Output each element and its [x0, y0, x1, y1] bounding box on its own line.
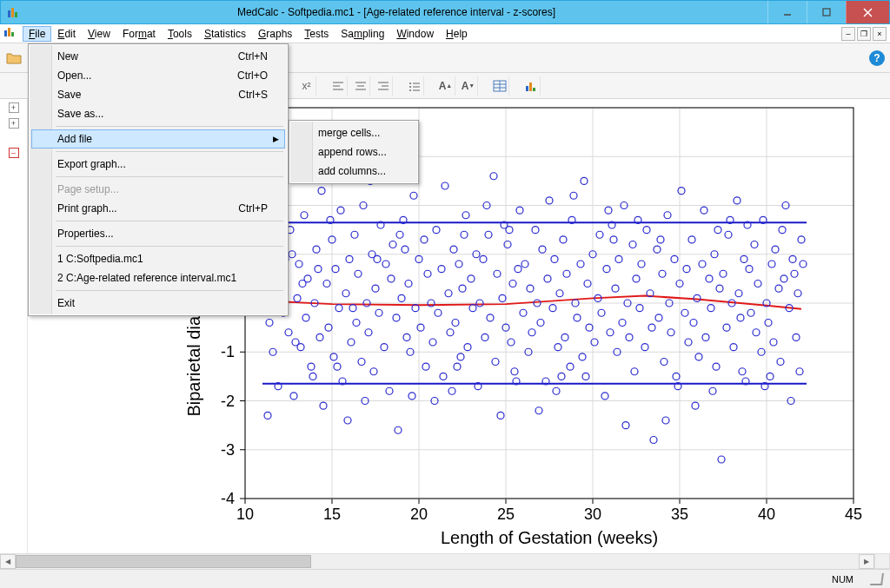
- svg-point-277: [737, 314, 744, 321]
- superscript-icon[interactable]: x²: [297, 76, 316, 96]
- tree-collapse-icon[interactable]: –: [9, 148, 19, 158]
- svg-point-308: [535, 407, 542, 414]
- svg-rect-2: [15, 12, 17, 17]
- svg-point-310: [622, 422, 629, 429]
- resize-grip-icon[interactable]: [870, 573, 884, 585]
- svg-point-341: [402, 246, 408, 253]
- scroll-track[interactable]: [16, 554, 859, 569]
- mdi-minimize-button[interactable]: –: [841, 27, 855, 41]
- svg-point-95: [285, 329, 292, 336]
- menu-window[interactable]: Window: [390, 26, 440, 42]
- menuitem-save-as[interactable]: Save as...: [31, 104, 285, 123]
- menuitem-add-columns[interactable]: add columns...: [292, 162, 415, 181]
- scroll-thumb[interactable]: [16, 555, 311, 568]
- svg-point-211: [574, 314, 581, 321]
- menu-graphs[interactable]: Graphs: [252, 26, 298, 42]
- menuitem-merge-cells[interactable]: merge cells...: [292, 123, 415, 142]
- svg-point-321: [605, 207, 612, 214]
- tree-expand-icon[interactable]: +: [9, 102, 19, 113]
- svg-point-162: [452, 320, 459, 327]
- increase-font-icon[interactable]: A▲: [436, 76, 455, 96]
- menuitem-exit[interactable]: Exit: [31, 294, 285, 313]
- menuitem-2-c-age-related-reference-interval-mc1[interactable]: 2 C:Age-related reference interval.mc1: [31, 268, 285, 287]
- mdi-restore-button[interactable]: ❐: [857, 27, 871, 41]
- menu-sampling[interactable]: Sampling: [335, 26, 390, 42]
- align-right-icon[interactable]: [374, 76, 393, 96]
- svg-point-323: [709, 387, 716, 394]
- menuitem-export-graph[interactable]: Export graph...: [31, 155, 285, 174]
- svg-point-113: [330, 353, 337, 360]
- svg-point-180: [497, 412, 504, 419]
- open-folder-icon[interactable]: [5, 50, 23, 67]
- svg-point-196: [537, 320, 544, 327]
- svg-point-98: [294, 294, 301, 301]
- menu-edit[interactable]: Edit: [51, 26, 82, 42]
- svg-point-283: [753, 329, 760, 336]
- svg-point-111: [325, 324, 332, 331]
- menu-statistics[interactable]: Statistics: [198, 26, 252, 42]
- menuitem-print-graph[interactable]: Print graph...Ctrl+P: [31, 199, 285, 218]
- chart-icon[interactable]: [521, 76, 541, 96]
- svg-point-207: [563, 270, 570, 277]
- svg-point-149: [421, 236, 428, 243]
- svg-point-228: [615, 255, 622, 262]
- menu-view[interactable]: View: [82, 26, 116, 42]
- svg-point-317: [396, 231, 403, 238]
- svg-point-338: [292, 339, 299, 346]
- scroll-left-button[interactable]: ◀: [0, 554, 16, 569]
- bullet-list-icon[interactable]: [405, 76, 424, 96]
- menuitem-properties[interactable]: Properties...: [31, 224, 285, 243]
- svg-point-244: [655, 314, 662, 321]
- svg-point-255: [683, 266, 690, 273]
- align-left-icon[interactable]: [329, 76, 348, 96]
- menuitem-new[interactable]: NewCtrl+N: [31, 47, 285, 66]
- menuitem-1-c-softpedia-mc1[interactable]: 1 C:Softpedia.mc1: [31, 249, 285, 268]
- svg-point-164: [457, 353, 464, 360]
- menu-help[interactable]: Help: [440, 26, 474, 42]
- svg-point-226: [612, 285, 619, 292]
- svg-point-326: [299, 281, 306, 287]
- svg-point-21: [409, 86, 411, 88]
- window-close-button[interactable]: [846, 1, 889, 23]
- svg-point-173: [480, 255, 487, 262]
- svg-point-177: [490, 173, 497, 180]
- window-maximize-button[interactable]: [807, 1, 846, 23]
- window-title: MedCalc - Softpedia.mc1 - [Age-related r…: [25, 6, 767, 18]
- menu-tests[interactable]: Tests: [298, 26, 335, 42]
- svg-point-320: [553, 387, 560, 394]
- window-minimize-button[interactable]: [767, 1, 807, 23]
- tree-expand-icon[interactable]: +: [9, 118, 19, 129]
- menu-format[interactable]: Format: [116, 26, 162, 42]
- align-center-icon[interactable]: [351, 76, 370, 96]
- svg-point-337: [791, 270, 798, 277]
- svg-point-257: [688, 236, 695, 243]
- horizontal-scrollbar[interactable]: ◀ ▶: [0, 553, 874, 569]
- svg-point-322: [657, 236, 664, 243]
- mdi-close-button[interactable]: ×: [873, 27, 887, 41]
- svg-point-238: [641, 344, 648, 351]
- svg-point-300: [794, 290, 801, 297]
- menuitem-save[interactable]: SaveCtrl+S: [31, 85, 285, 104]
- decrease-font-icon[interactable]: A▼: [459, 76, 478, 96]
- svg-point-234: [631, 368, 638, 375]
- svg-point-185: [509, 281, 516, 287]
- svg-point-239: [643, 227, 650, 234]
- svg-point-130: [372, 285, 379, 292]
- menuitem-add-file[interactable]: Add file▶: [31, 129, 285, 149]
- svg-point-275: [734, 197, 741, 204]
- scroll-right-button[interactable]: ▶: [859, 554, 874, 569]
- help-icon[interactable]: ?: [869, 50, 885, 66]
- svg-point-218: [591, 339, 598, 346]
- menuitem-append-rows[interactable]: append rows...: [292, 142, 415, 162]
- svg-point-116: [337, 207, 344, 214]
- menu-tools[interactable]: Tools: [162, 26, 198, 42]
- menu-file[interactable]: File: [23, 26, 51, 42]
- svg-point-206: [561, 334, 568, 340]
- svg-point-197: [539, 246, 546, 253]
- svg-point-342: [454, 363, 461, 370]
- svg-point-278: [741, 255, 747, 262]
- svg-point-176: [487, 314, 494, 321]
- svg-point-102: [302, 314, 309, 321]
- table-icon[interactable]: [490, 76, 509, 96]
- menuitem-open[interactable]: Open...Ctrl+O: [31, 66, 285, 85]
